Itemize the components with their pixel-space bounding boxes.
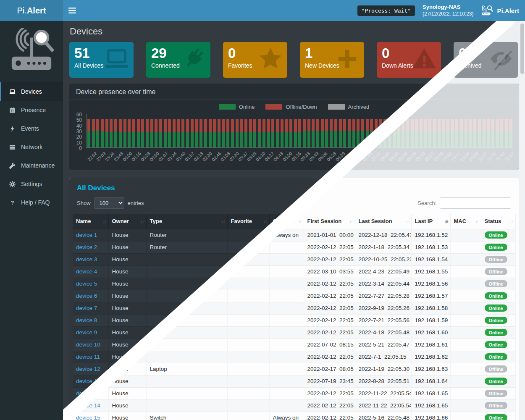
online-segment bbox=[164, 132, 167, 147]
cell-first-session: 2022-02-12 22:05 bbox=[307, 415, 354, 420]
column-header-favorite[interactable]: Favorite↓↑ bbox=[227, 214, 269, 229]
stacked-bar bbox=[195, 119, 198, 147]
column-header-last-session[interactable]: Last Session↓↑ bbox=[355, 214, 411, 229]
online-segment bbox=[370, 131, 373, 147]
column-header-name[interactable]: Name↓↑ bbox=[73, 214, 108, 229]
entries-select[interactable]: 100 bbox=[94, 197, 124, 209]
device-name-link[interactable]: device 3 bbox=[76, 256, 97, 262]
sidebar-item-maintenance[interactable]: Maintenance bbox=[0, 156, 63, 175]
cell-last-ip: 192.168.1.57 bbox=[415, 293, 448, 299]
device-name-link[interactable]: device 8 bbox=[76, 317, 97, 323]
sort-icon: ↓↑ bbox=[103, 219, 106, 224]
cell-first-session: 2022-02-12 22:05 bbox=[307, 354, 354, 360]
stacked-bar bbox=[334, 119, 337, 147]
summary-card-favorites[interactable]: 0Favorites bbox=[223, 42, 287, 78]
online-segment bbox=[146, 132, 149, 147]
page-scrollbar[interactable] bbox=[520, 21, 525, 420]
offline-segment bbox=[141, 119, 144, 132]
stacked-bar bbox=[276, 119, 279, 147]
stacked-bar bbox=[366, 119, 369, 147]
stacked-bar bbox=[383, 119, 386, 147]
online-segment bbox=[397, 131, 400, 147]
show-label: Show bbox=[77, 200, 91, 206]
stacked-bar bbox=[473, 119, 476, 147]
summary-card-new-devices[interactable]: 1New Devices bbox=[300, 42, 364, 78]
sidebar-item-settings[interactable]: Settings bbox=[0, 175, 63, 193]
online-segment bbox=[213, 132, 216, 147]
sidebar-item-help-faq[interactable]: ?Help / FAQ bbox=[0, 193, 63, 212]
device-name-link[interactable]: device 2 bbox=[76, 244, 97, 250]
online-segment bbox=[155, 132, 158, 147]
online-segment bbox=[465, 131, 467, 147]
x-tick-label: 01:57 bbox=[184, 149, 192, 168]
device-name-link[interactable]: device 14 bbox=[76, 402, 100, 409]
offline-segment bbox=[276, 119, 279, 132]
sidebar-item-network[interactable]: Network bbox=[0, 138, 63, 156]
device-name-link[interactable]: device 1 bbox=[76, 232, 97, 238]
device-name-link[interactable]: device 9 bbox=[76, 329, 97, 336]
cell-first-session: 2022-02-12 22:05 bbox=[307, 329, 354, 336]
stacked-bar bbox=[455, 119, 458, 147]
device-name-link[interactable]: device 12 bbox=[76, 366, 100, 372]
device-name-link[interactable]: device 5 bbox=[76, 281, 97, 287]
stacked-bar bbox=[132, 119, 135, 147]
stacked-bar bbox=[375, 119, 378, 147]
summary-card-archived[interactable]: 0Archived bbox=[454, 42, 518, 78]
status-badge: Offline bbox=[485, 268, 508, 275]
cell-first-session: 2022-02-12 22:05 bbox=[307, 256, 354, 262]
x-tick-label: 05:49 bbox=[308, 149, 317, 168]
x-tick-label: 03:37 bbox=[237, 149, 246, 168]
x-tick-label: 08:53 bbox=[406, 149, 415, 168]
hamburger-menu-icon[interactable] bbox=[63, 0, 81, 21]
cell-type: Laptop bbox=[150, 366, 167, 372]
device-name-link[interactable]: device 13 bbox=[76, 378, 100, 384]
laptop-icon bbox=[9, 89, 16, 95]
device-name-link[interactable]: device 6 bbox=[76, 293, 97, 299]
online-segment bbox=[379, 131, 382, 147]
offline-segment bbox=[473, 119, 476, 131]
table-row: device 13House2022-07-19 23:452022-8-28 … bbox=[73, 375, 515, 387]
device-name-link[interactable]: device 4 bbox=[76, 268, 97, 275]
summary-card-down-alerts[interactable]: 0Down Alerts bbox=[377, 42, 441, 78]
column-header-first-session[interactable]: First Session↓↑ bbox=[304, 214, 355, 229]
online-segment bbox=[226, 132, 229, 147]
cell-owner: House bbox=[112, 317, 129, 323]
sidebar-item-presence[interactable]: Presence bbox=[0, 101, 63, 119]
device-name-link[interactable]: device 10 bbox=[76, 341, 100, 348]
column-header-status[interactable]: Status↓↑ bbox=[481, 214, 515, 229]
summary-card-connected[interactable]: 29Connected bbox=[146, 42, 210, 78]
cell-owner: House bbox=[112, 402, 129, 409]
online-segment bbox=[181, 132, 184, 147]
online-segment bbox=[316, 131, 319, 147]
online-segment bbox=[236, 132, 239, 147]
search-input[interactable] bbox=[440, 197, 511, 209]
cell-last-session: 2022-3-14 22:05.44 bbox=[359, 281, 410, 287]
online-segment bbox=[469, 131, 472, 147]
stacked-bar bbox=[388, 119, 391, 147]
online-segment bbox=[105, 132, 108, 147]
sidebar: DevicesPresenceEventsNetworkMaintenanceS… bbox=[0, 21, 63, 420]
cell-first-session: 2021-01-01 00:00 bbox=[307, 232, 354, 238]
column-header-type[interactable]: Type↓↑ bbox=[146, 214, 227, 229]
device-name-link[interactable]: device 7 bbox=[76, 305, 97, 311]
device-name-link[interactable]: device 15 bbox=[76, 415, 100, 420]
router-wifi-icon bbox=[481, 5, 494, 16]
legend-item-archived: Archived bbox=[328, 104, 370, 110]
sidebar-item-devices[interactable]: Devices bbox=[0, 82, 63, 101]
summary-card-all-devices[interactable]: 51All Devices bbox=[69, 42, 134, 78]
legend-item-online: Online bbox=[219, 104, 255, 110]
column-header-owner[interactable]: Owner↓↑ bbox=[108, 214, 146, 229]
brand-logo[interactable]: Pi.Alert bbox=[0, 0, 63, 21]
offline-segment bbox=[159, 119, 162, 132]
online-segment bbox=[92, 131, 95, 147]
sidebar-item-events[interactable]: Events bbox=[0, 119, 63, 138]
scrollbar-thumb[interactable] bbox=[520, 24, 524, 74]
column-header-last-ip[interactable]: Last IP↓≡ bbox=[411, 214, 450, 229]
x-tick-label: 22:52 bbox=[86, 149, 95, 168]
online-segment bbox=[132, 132, 135, 147]
online-segment bbox=[137, 132, 140, 147]
online-segment bbox=[240, 132, 243, 147]
device-name-link[interactable]: device 11 bbox=[76, 354, 100, 360]
column-header-mac[interactable]: MAC↓↑ bbox=[450, 214, 481, 229]
stacked-bar bbox=[428, 119, 431, 147]
